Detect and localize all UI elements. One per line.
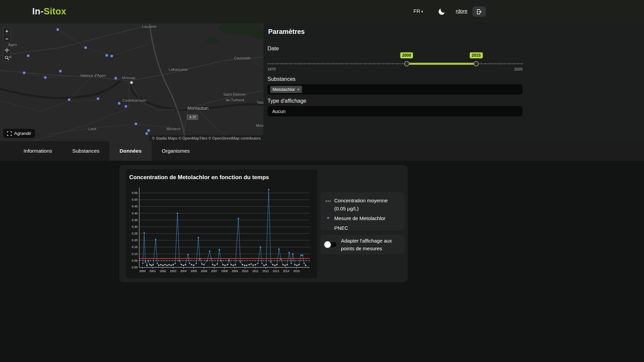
svg-text:2014: 2014	[283, 269, 289, 273]
map-marker[interactable]	[97, 97, 100, 100]
chart-legend: ⋯ Concentration moyenne (0.05 µg/L) ● Me…	[320, 192, 404, 230]
chart-title: Concentration de Metolachlor en fonction…	[129, 174, 269, 181]
zoom-out-button[interactable]: −	[3, 35, 11, 43]
svg-text:2013: 2013	[273, 269, 279, 273]
svg-text:2000: 2000	[139, 269, 146, 273]
svg-text:2005: 2005	[191, 269, 197, 273]
svg-text:2002: 2002	[160, 269, 166, 273]
display-type-value: Aucun	[272, 109, 286, 114]
crosshair-icon	[4, 48, 9, 53]
svg-text:0.50: 0.50	[132, 198, 138, 201]
brand-logo[interactable]: In-Sitox	[32, 6, 66, 17]
search-icon	[4, 55, 9, 60]
dashed-line-icon: ⋯	[325, 197, 331, 213]
tab-organismes[interactable]: Organismes	[152, 141, 200, 161]
display-adapt-option: Adapter l'affichage aux points de mesure…	[320, 235, 404, 254]
parameters-panel: Paramètres Date 2000 2015 1970 2025 Subs…	[263, 23, 644, 141]
svg-text:2008: 2008	[221, 269, 228, 273]
svg-text:0.15: 0.15	[132, 245, 138, 249]
username-link[interactable]: rdore	[456, 8, 467, 14]
map[interactable]: A 20 + − Agrandir © Stad	[0, 23, 263, 141]
moon-icon	[437, 7, 446, 16]
map-attribution[interactable]: © Stadia Maps © OpenMapTiles © OpenStree…	[149, 135, 263, 141]
map-marker[interactable]	[125, 105, 128, 108]
enlarge-map-button[interactable]: Agrandir	[3, 129, 35, 138]
svg-text:0.20: 0.20	[132, 239, 138, 242]
locate-button[interactable]	[3, 46, 11, 54]
display-type-label: Type d'affichage	[267, 98, 306, 104]
map-marker-selected[interactable]	[130, 81, 134, 85]
legend-label-pnec: PNEC	[334, 224, 348, 232]
zoom-in-button[interactable]: +	[3, 27, 11, 35]
map-marker[interactable]	[56, 28, 59, 31]
content-area: Concentration de Metolachlor en fonction…	[0, 161, 644, 362]
legend-item-mean: ⋯ Concentration moyenne (0.05 µg/L)	[325, 197, 400, 213]
search-button[interactable]	[3, 54, 11, 62]
svg-text:2004: 2004	[180, 269, 187, 273]
svg-text:0.55: 0.55	[132, 191, 138, 195]
map-marker[interactable]	[68, 98, 71, 101]
tab-informations[interactable]: Informations	[13, 141, 62, 161]
navbar: In-Sitox FR▾ rdore	[0, 0, 644, 23]
substances-label: Substances	[267, 76, 296, 82]
svg-text:2012: 2012	[262, 269, 269, 273]
svg-text:0.25: 0.25	[132, 232, 138, 235]
logout-button[interactable]	[473, 6, 486, 17]
page: In-Sitox FR▾ rdore	[0, 0, 644, 362]
tab-données[interactable]: Données	[109, 141, 151, 161]
svg-text:0.45: 0.45	[132, 205, 138, 208]
slider-handle-to[interactable]	[474, 61, 479, 66]
svg-text:0.35: 0.35	[132, 218, 138, 222]
map-marker[interactable]	[110, 55, 113, 58]
point-marker-icon: ●	[325, 214, 331, 222]
map-controls: + −	[3, 27, 11, 62]
svg-text:0.10: 0.10	[132, 252, 138, 256]
map-marker[interactable]	[145, 132, 148, 135]
slider-track[interactable]	[267, 63, 523, 64]
tab-substances[interactable]: Substances	[62, 141, 109, 161]
substances-input[interactable]: Metolachlor ×	[267, 84, 523, 95]
map-marker[interactable]	[27, 54, 30, 57]
legend-label-mean: Concentration moyenne (0.05 µg/L)	[334, 197, 400, 213]
expand-icon	[7, 131, 12, 136]
adapt-display-toggle[interactable]	[325, 241, 337, 248]
legend-label-measure: Mesure de Metolachlor	[334, 214, 386, 222]
logout-icon	[476, 8, 483, 15]
substance-chip-label: Metolachlor	[273, 87, 295, 92]
map-marker[interactable]	[105, 54, 108, 57]
chip-remove-icon[interactable]: ×	[297, 87, 300, 92]
parameters-title: Paramètres	[268, 28, 305, 36]
brand-prefix: In-	[32, 6, 44, 16]
legend-item-pnec: PNEC	[325, 224, 400, 232]
map-marker[interactable]	[84, 46, 87, 49]
map-marker[interactable]	[44, 76, 47, 79]
map-marker[interactable]	[118, 102, 121, 105]
slider-handle-from[interactable]	[404, 61, 409, 66]
svg-text:2007: 2007	[211, 269, 217, 273]
map-marker[interactable]	[23, 71, 26, 74]
map-marker[interactable]	[147, 129, 150, 132]
date-label: Date	[267, 46, 279, 52]
map-marker[interactable]	[59, 70, 62, 73]
substance-chip: Metolachlor ×	[270, 86, 302, 93]
language-dropdown[interactable]: FR▾	[413, 8, 423, 14]
dark-mode-toggle[interactable]	[437, 7, 446, 16]
road-badge-a20: A 20	[187, 115, 198, 120]
svg-text:2006: 2006	[201, 269, 207, 273]
date-range-slider: 2000 2015 1970 2025	[267, 57, 523, 72]
display-type-select[interactable]: Aucun	[267, 106, 523, 116]
slider-value-to: 2015	[469, 52, 483, 58]
svg-text:2011: 2011	[252, 269, 259, 273]
concentration-chart: 0.000.050.100.150.200.250.300.350.400.45…	[129, 184, 312, 275]
toggle-knob	[324, 241, 331, 248]
chart-panel: Concentration de Metolachlor en fonction…	[126, 169, 317, 278]
map-marker[interactable]	[135, 122, 138, 125]
slider-max-label: 2025	[514, 67, 523, 71]
enlarge-map-label: Agrandir	[14, 131, 31, 136]
map-marker[interactable]	[114, 77, 117, 80]
legend-item-measure: ● Mesure de Metolachlor	[325, 214, 400, 222]
svg-text:2010: 2010	[242, 269, 248, 273]
svg-text:0.30: 0.30	[132, 225, 138, 228]
svg-text:2001: 2001	[149, 269, 156, 273]
slider-selected-range	[407, 63, 476, 65]
